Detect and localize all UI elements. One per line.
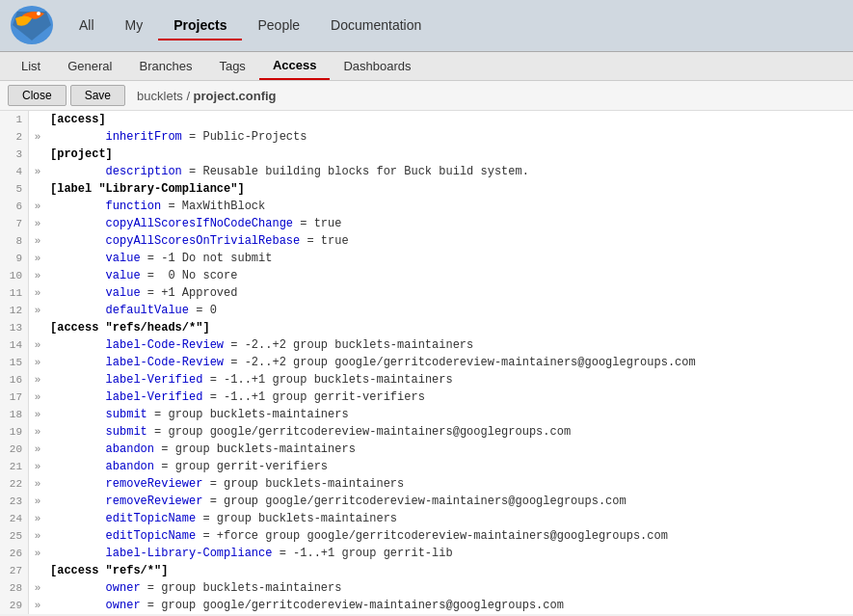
subnav-access[interactable]: Access — [259, 52, 331, 80]
breadcrumb: bucklets / project.config — [137, 89, 277, 103]
line-number: 3 — [0, 146, 29, 163]
code-token — [50, 338, 106, 352]
code-token: value — [106, 252, 141, 265]
code-token — [50, 495, 106, 508]
code-token: owner — [106, 581, 141, 595]
nav-projects[interactable]: Projects — [158, 12, 242, 40]
line-number: 5 — [0, 180, 29, 198]
line-content: removeReviewer = group bucklets-maintain… — [46, 475, 404, 493]
code-token: label-Verified — [106, 390, 203, 404]
line-arrow: » — [29, 232, 46, 250]
nav-people[interactable]: People — [242, 12, 315, 40]
line-number: 29 — [0, 597, 29, 614]
nav-documentation[interactable]: Documentation — [315, 12, 437, 40]
code-line: 5[label "Library-Compliance"] — [0, 180, 853, 198]
subnav-branches[interactable]: Branches — [125, 53, 205, 79]
code-line: 17» label-Verified = -1..+1 group gerrit… — [0, 388, 853, 406]
line-content: value = 0 No score — [46, 267, 237, 284]
save-button[interactable]: Save — [70, 85, 125, 106]
line-number: 25 — [0, 527, 29, 545]
code-token: = +force group google/gerritcodereview-m… — [196, 529, 668, 543]
code-token: = -1..+1 group gerrit-lib — [272, 547, 452, 560]
code-token: label-Library-Compliance — [106, 547, 273, 560]
code-token: = -1..+1 group bucklets-maintainers — [202, 373, 452, 387]
toolbar: Close Save bucklets / project.config — [0, 81, 853, 111]
code-token: = group bucklets-maintainers — [196, 512, 397, 525]
code-line: 6» function = MaxWithBlock — [0, 198, 853, 215]
line-content: [access] — [46, 111, 106, 128]
line-content: value = -1 Do not submit — [46, 250, 272, 267]
line-content: owner = group google/gerritcodereview-ma… — [46, 597, 564, 614]
subnav-general[interactable]: General — [54, 53, 125, 79]
code-token: = MaxWithBlock — [161, 200, 265, 213]
line-arrow: » — [29, 250, 46, 267]
line-arrow: » — [29, 354, 46, 371]
line-arrow: » — [29, 545, 46, 562]
line-number: 27 — [0, 562, 29, 579]
line-content: owner = group bucklets-maintainers — [46, 579, 341, 597]
subnav-dashboards[interactable]: Dashboards — [330, 53, 424, 79]
line-content: inheritFrom = Public-Projects — [46, 128, 307, 146]
line-content: submit = group google/gerritcodereview-m… — [46, 423, 571, 441]
code-token: defaultValue — [106, 304, 189, 317]
line-number: 16 — [0, 371, 29, 388]
code-token: = Reusable building blocks for Buck buil… — [182, 165, 529, 178]
code-editor[interactable]: 1[access]2» inheritFrom = Public-Project… — [0, 111, 853, 614]
line-arrow: » — [29, 128, 46, 146]
code-token — [50, 390, 106, 404]
line-number: 22 — [0, 475, 29, 493]
code-token — [50, 165, 106, 178]
close-button[interactable]: Close — [8, 85, 67, 106]
code-token: = -2..+2 group bucklets-maintainers — [224, 338, 473, 352]
code-token: = +1 Approved — [141, 286, 238, 300]
code-token — [50, 130, 106, 144]
code-token: = group google/gerritcodereview-maintain… — [147, 425, 571, 439]
line-content: submit = group bucklets-maintainers — [46, 406, 349, 423]
code-token — [50, 512, 106, 525]
nav-all[interactable]: All — [64, 12, 110, 40]
code-token: removeReviewer — [106, 495, 203, 508]
nav-my[interactable]: My — [110, 12, 159, 40]
code-token: = group bucklets-maintainers — [202, 477, 404, 491]
line-number: 8 — [0, 232, 29, 250]
code-token: = true — [293, 217, 341, 230]
line-number: 14 — [0, 336, 29, 354]
code-token — [50, 217, 106, 230]
code-token: = group google/gerritcodereview-maintain… — [202, 495, 626, 508]
main-nav: All My Projects People Documentation — [64, 12, 437, 40]
code-token: value — [106, 286, 141, 300]
line-content: removeReviewer = group google/gerritcode… — [46, 493, 626, 510]
line-arrow: » — [29, 215, 46, 232]
code-token: editTopicName — [106, 512, 197, 525]
line-content: editTopicName = group bucklets-maintaine… — [46, 510, 397, 527]
code-line: 1[access] — [0, 111, 853, 128]
code-token: = -1..+1 group gerrit-verifiers — [202, 390, 424, 404]
line-number: 9 — [0, 250, 29, 267]
code-token: inheritFrom — [106, 130, 182, 144]
line-number: 23 — [0, 493, 29, 510]
line-number: 10 — [0, 267, 29, 284]
line-number: 19 — [0, 423, 29, 441]
line-content: label-Library-Compliance = -1..+1 group … — [46, 545, 453, 562]
line-number: 1 — [0, 111, 29, 128]
line-number: 12 — [0, 302, 29, 319]
line-arrow: » — [29, 441, 46, 458]
subnav-tags[interactable]: Tags — [205, 53, 258, 79]
line-number: 24 — [0, 510, 29, 527]
line-content: [access "refs/*"] — [46, 562, 168, 579]
line-arrow: » — [29, 423, 46, 441]
code-token — [50, 269, 106, 282]
line-number: 18 — [0, 406, 29, 423]
line-content: label-Code-Review = -2..+2 group google/… — [46, 354, 696, 371]
code-token: label-Verified — [106, 373, 203, 387]
line-arrow: » — [29, 510, 46, 527]
line-content: [label "Library-Compliance"] — [46, 180, 245, 198]
code-token — [50, 442, 106, 456]
line-content: description = Reusable building blocks f… — [46, 163, 529, 180]
subnav-list[interactable]: List — [8, 53, 54, 79]
code-token: = 0 — [189, 304, 217, 317]
line-arrow: » — [29, 336, 46, 354]
code-line: 12» defaultValue = 0 — [0, 302, 853, 319]
code-token: = -2..+2 group google/gerritcodereview-m… — [224, 356, 696, 369]
code-token: copyAllScoresOnTrivialRebase — [106, 234, 301, 248]
